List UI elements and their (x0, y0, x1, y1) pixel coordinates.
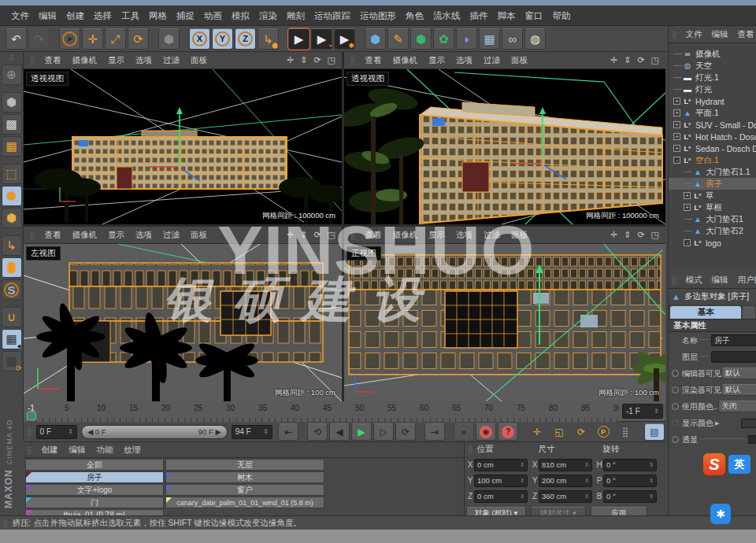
coord-field-旋转-P[interactable]: 0 °⇕ (603, 475, 657, 487)
viewport-menu-查看[interactable]: 查看 (360, 230, 387, 241)
menu-item-18[interactable]: 帮助 (548, 6, 576, 26)
key-position-button[interactable]: ✛ (527, 423, 547, 441)
viewport-menu-显示[interactable]: 显示 (102, 55, 130, 66)
add-cube-object-button[interactable]: ⬢ (365, 28, 386, 50)
viewport-menu-选项[interactable]: 选项 (450, 230, 478, 241)
spinner-arrows-icon[interactable]: ⇕ (649, 478, 654, 484)
spinner-arrows-icon[interactable]: ⇕ (584, 478, 589, 484)
camera-object-button[interactable]: ∞ (502, 28, 523, 50)
expand-icon[interactable]: + (673, 98, 680, 105)
collapse-icon[interactable]: - (673, 157, 680, 164)
frame-range-slider[interactable]: ◀ 0 F 90 F ▶ (81, 425, 228, 439)
dolly-view-icon[interactable]: ⇕ (297, 230, 310, 240)
menu-item-5[interactable]: 网格 (144, 6, 172, 26)
object-row-草框[interactable]: +L°草框 (669, 201, 756, 213)
mograph-cloner-button[interactable]: ✿ (433, 28, 454, 50)
animation-dot-icon[interactable] (672, 386, 679, 393)
render-view-button[interactable]: ▶ (288, 28, 309, 50)
workplane-lock-button[interactable]: ▦● (2, 329, 22, 349)
object-row-Sedan - Dosch Des[interactable]: +L°Sedan - Dosch Des (669, 142, 756, 154)
expand-icon[interactable]: + (673, 109, 680, 116)
animation-dot-icon[interactable] (672, 436, 679, 443)
scale-tool-button[interactable]: ⤢ (105, 28, 126, 50)
viewport-menu-摄像机[interactable]: 摄像机 (67, 230, 103, 241)
menu-item-4[interactable]: 工具 (117, 6, 144, 26)
menu-item-3[interactable]: 选择 (89, 6, 117, 26)
object-row-Hydrant[interactable]: +L°Hydrant (669, 95, 756, 107)
spinner-arrows-icon[interactable]: ⇕ (263, 428, 269, 435)
subdivision-surface-button[interactable]: ⬢ (410, 28, 432, 50)
spinner-arrows-icon[interactable]: ⇕ (520, 462, 524, 468)
menu-item-9[interactable]: 渲染 (254, 6, 282, 26)
layer-cell[interactable]: 门 (25, 497, 164, 508)
viewport-grip[interactable]: ⣿ (350, 57, 355, 65)
menu-item-1[interactable]: 编辑 (34, 6, 61, 26)
menu-item-0[interactable]: 文件 (6, 6, 34, 26)
layer-cell[interactable]: canary_date_palm_01_01_wind_01 (5.8 m) (165, 497, 324, 508)
spinner-arrows-icon[interactable]: ⇕ (654, 408, 659, 415)
layer-menu-创建[interactable]: 创建 (36, 445, 64, 456)
am-menu-编辑[interactable]: 编辑 (707, 275, 733, 286)
menu-item-10[interactable]: 雕刻 (282, 6, 309, 26)
viewport-menu-过滤[interactable]: 过滤 (478, 230, 506, 241)
attribute-dropdown-编辑器可见[interactable]: 默认 (721, 368, 756, 379)
om-menu-查看[interactable]: 查看 (733, 29, 756, 40)
coord-field-位置-Z[interactable]: 0 cm⇕ (474, 490, 528, 503)
spinner-arrows-icon[interactable]: ⇕ (520, 493, 524, 500)
keyframe-selection-button[interactable]: ? (498, 423, 518, 441)
viewport-grip[interactable]: ⣿ (30, 57, 35, 65)
menu-item-8[interactable]: 模拟 (227, 6, 254, 26)
viewport-menu-面板[interactable]: 面板 (506, 55, 533, 66)
last-tool-cube-button[interactable]: ⬢ (158, 28, 180, 50)
object-row-平面.1[interactable]: +▲平面.1 (669, 107, 756, 119)
undo-button[interactable]: ↶ (6, 28, 27, 50)
viewport-1-canvas[interactable] (24, 69, 342, 224)
viewport-4-canvas[interactable] (344, 244, 665, 401)
render-picture-viewer-button[interactable]: ▶▪ (311, 28, 332, 50)
coord-field-位置-Y[interactable]: 100 cm⇕ (474, 475, 528, 487)
attribute-dropdown-使用颜色..[interactable]: 关闭 (718, 401, 756, 412)
am-menu-模式[interactable]: 模式 (681, 275, 707, 286)
object-row-大门垫石1.1[interactable]: ▲大门垫石1.1 (669, 166, 756, 178)
spinner-arrows-icon[interactable]: ⇕ (584, 462, 589, 468)
pan-view-icon[interactable]: ✛ (607, 55, 621, 65)
lock-x-axis-button[interactable]: X (189, 28, 210, 50)
current-frame-field[interactable]: -1 F⇕ (622, 404, 663, 419)
menu-item-7[interactable]: 动画 (199, 6, 227, 26)
tweak-mode-button[interactable] (2, 257, 22, 278)
viewport-menu-面板[interactable]: 面板 (185, 230, 213, 241)
workplane-mode-button[interactable]: ▦ (2, 136, 22, 157)
panel-grip[interactable]: ⣿ (27, 446, 32, 454)
start-frame-field[interactable]: 0 F⇕ (36, 425, 77, 439)
object-row-SUV - Small - Dosch[interactable]: +L°SUV - Small - Dosch (669, 119, 756, 131)
viewport-menu-查看[interactable]: 查看 (360, 55, 387, 66)
floor-object-button[interactable]: ▦ (479, 28, 500, 50)
menu-item-6[interactable]: 捕捉 (172, 6, 199, 26)
viewport-menu-面板[interactable]: 面板 (506, 230, 533, 241)
key-rotation-button[interactable]: ⟳ (571, 423, 591, 441)
menu-item-16[interactable]: 脚本 (493, 6, 521, 26)
key-scale-button[interactable]: ◱ (549, 423, 569, 441)
layer-menu-编辑[interactable]: 编辑 (64, 445, 91, 456)
maximize-view-icon[interactable]: ◳ (648, 230, 662, 240)
dolly-view-icon[interactable]: ⇕ (621, 55, 634, 65)
timeline-ruler[interactable]: -151015202530354045505560657075808590 -1… (24, 401, 665, 422)
spinner-arrows-icon[interactable]: ⇕ (649, 462, 654, 468)
expand-icon[interactable]: + (684, 204, 691, 211)
rotate-view-icon[interactable]: ⟳ (310, 55, 324, 65)
points-mode-button[interactable]: ⬚ (2, 164, 22, 184)
viewport-menu-显示[interactable]: 显示 (102, 230, 130, 241)
am-menu-用户数据[interactable]: 用户数据 (733, 275, 756, 286)
viewport-left[interactable]: ⣿查看摄像机显示选项过滤面板✛⇕⟳◳ (24, 227, 342, 401)
attribute-checkbox-透显[interactable] (748, 435, 756, 444)
goto-start-button[interactable]: ⇤ (278, 423, 298, 441)
light-object-button[interactable]: ◍ (524, 28, 546, 50)
key-parameter-button[interactable]: P (593, 423, 613, 441)
rotate-view-icon[interactable]: ⟳ (634, 55, 647, 65)
goto-end-button[interactable]: ⇥ (424, 423, 445, 441)
viewport-menu-显示[interactable]: 显示 (423, 230, 450, 241)
menu-item-2[interactable]: 创建 (61, 6, 89, 26)
attribute-input-图层[interactable] (711, 351, 756, 363)
statusbar-grip[interactable]: ⣿ (3, 519, 8, 527)
viewport-front[interactable]: ⣿查看摄像机显示选项过滤面板✛⇕⟳◳ (344, 227, 665, 401)
